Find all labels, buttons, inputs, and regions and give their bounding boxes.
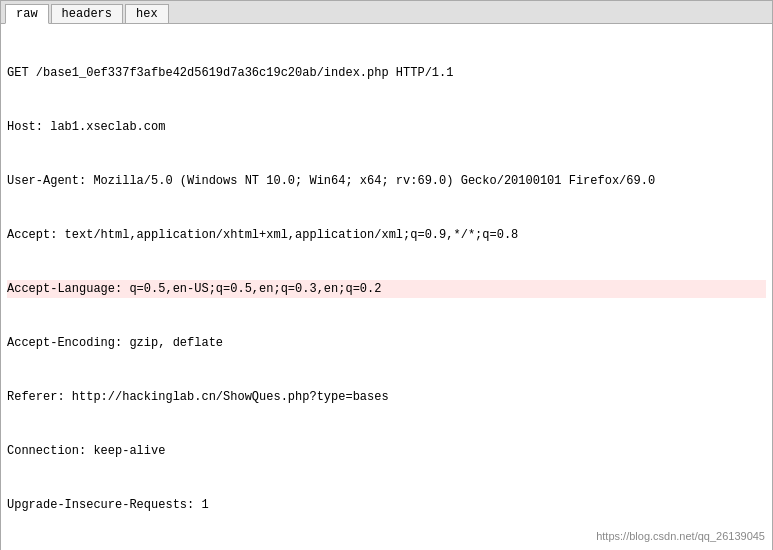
- request-line-3: User-Agent: Mozilla/5.0 (Windows NT 10.0…: [7, 172, 766, 190]
- request-line-5: Accept-Language: q=0.5,en-US;q=0.5,en;q=…: [7, 280, 766, 298]
- request-line-2: Host: lab1.xseclab.com: [7, 118, 766, 136]
- request-line-8: Connection: keep-alive: [7, 442, 766, 460]
- request-line-7: Referer: http://hackinglab.cn/ShowQues.p…: [7, 388, 766, 406]
- request-line-9: Upgrade-Insecure-Requests: 1: [7, 496, 766, 514]
- request-line-4: Accept: text/html,application/xhtml+xml,…: [7, 226, 766, 244]
- watermark: https://blog.csdn.net/qq_26139045: [596, 530, 765, 542]
- request-panel: raw headers hex GET /base1_0ef337f3afbe4…: [0, 0, 773, 550]
- tab-raw-request[interactable]: raw: [5, 4, 49, 24]
- tab-hex-request[interactable]: hex: [125, 4, 169, 23]
- request-line-1: GET /base1_0ef337f3afbe42d5619d7a36c19c2…: [7, 64, 766, 82]
- tab-headers-request[interactable]: headers: [51, 4, 123, 23]
- request-line-6: Accept-Encoding: gzip, deflate: [7, 334, 766, 352]
- request-tab-bar: raw headers hex: [1, 1, 772, 24]
- request-content: GET /base1_0ef337f3afbe42d5619d7a36c19c2…: [1, 24, 772, 550]
